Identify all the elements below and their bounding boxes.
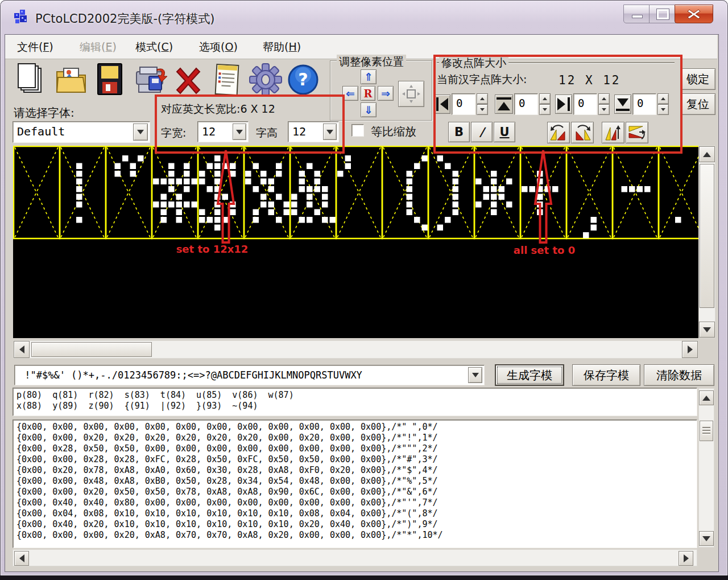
trim-right-spinner[interactable] — [598, 93, 610, 115]
report-doc-icon — [212, 63, 242, 97]
trim-left-button[interactable] — [435, 94, 450, 114]
reset-position-button[interactable]: R — [361, 86, 375, 101]
flip-vertical-button[interactable] — [602, 122, 624, 143]
scroll-thumb[interactable] — [700, 421, 713, 441]
hex-output-line: {0x00, 0x20, 0x78, 0xA8, 0xA0, 0x60, 0x3… — [16, 465, 693, 476]
scale-checkbox[interactable] — [351, 124, 364, 137]
rotate-right-icon — [573, 124, 592, 141]
save-button[interactable] — [94, 63, 126, 97]
menu-item-options[interactable]: 选项(O) — [199, 40, 238, 55]
up-arrow-icon — [702, 396, 710, 401]
help-button[interactable]: ? — [287, 64, 319, 96]
thumb-gripper — [702, 427, 710, 435]
hex-output-box[interactable]: {0x00, 0x00, 0x00, 0x00, 0x00, 0x00, 0x0… — [13, 419, 697, 548]
bold-button[interactable]: B — [448, 122, 470, 142]
new-file-icon — [15, 63, 48, 97]
spin-up-icon — [661, 97, 665, 100]
delete-button[interactable] — [172, 65, 204, 97]
scroll-right-button[interactable] — [682, 341, 698, 358]
hex-hscrollbar[interactable] — [13, 549, 697, 566]
underline-label: U — [499, 125, 509, 139]
trim-bottom-value: 0 — [637, 97, 643, 109]
move-up-button[interactable]: ⇑ — [361, 69, 377, 84]
glyph-preview-area[interactable] — [13, 146, 698, 338]
trim-right-button[interactable] — [555, 94, 572, 114]
trim-top-spinner[interactable] — [539, 93, 551, 115]
lock-button[interactable]: 锁定 — [680, 68, 715, 90]
trim-right-field[interactable]: 0 — [573, 93, 597, 115]
new-file-button[interactable] — [15, 63, 48, 97]
menu-item-mode[interactable]: 模式(C) — [135, 40, 173, 55]
trim-left-spinner[interactable] — [477, 93, 488, 115]
minimize-button[interactable] — [623, 5, 651, 23]
annotation-label-left: set to 12x12 — [164, 243, 260, 255]
trim-top-button[interactable] — [495, 94, 513, 114]
delete-x-icon — [172, 65, 204, 97]
char-list-box[interactable]: p(80) q(81) r(82) s(83) t(84) u(85) v(86… — [13, 388, 697, 416]
move-left-button[interactable]: ⇐ — [342, 86, 358, 101]
app-icon — [14, 9, 30, 25]
generate-button[interactable]: 生成字模 — [495, 364, 564, 386]
menu-item-help[interactable]: 帮助(H) — [263, 40, 301, 55]
bold-label: B — [454, 125, 464, 139]
italic-button[interactable]: / — [471, 122, 493, 142]
font-select[interactable]: Default — [13, 121, 150, 143]
scroll-thumb[interactable] — [31, 342, 152, 357]
preview-vscrollbar[interactable] — [698, 146, 715, 338]
save-font-button[interactable]: 保存字模 — [572, 364, 640, 386]
screenshot-root: PCtoLCD2002完美版-(字符模式) 文件(F) 编辑(E) 模式(C) … — [0, 0, 728, 580]
hex-output-line: {0x00, 0x00, 0x00, 0x00, 0x00, 0x00, 0x0… — [16, 422, 693, 433]
char-height-label: 字高 — [256, 126, 278, 141]
center-glyph-button[interactable] — [398, 81, 424, 107]
charset-combobox[interactable]: !"#$%&' ()*+,-./0123456789:;<=>?@ABCDEFG… — [14, 365, 485, 385]
chevron-down-icon — [137, 130, 144, 134]
font-select-dropdown-button[interactable] — [133, 124, 148, 141]
char-width-dropdown-button[interactable] — [233, 124, 246, 140]
move-down-button[interactable]: ⇓ — [361, 102, 377, 117]
char-height-dropdown-button[interactable] — [323, 124, 337, 140]
trim-bottom-button[interactable] — [614, 94, 631, 114]
clear-data-button[interactable]: 清除数据 — [644, 364, 714, 386]
center-icon — [402, 84, 421, 104]
trim-bottom-spinner[interactable] — [657, 93, 669, 115]
trim-bottom-field[interactable]: 0 — [632, 93, 656, 115]
flip-horizontal-button[interactable] — [626, 122, 648, 143]
move-right-button[interactable]: ⇒ — [378, 86, 394, 101]
left-arrow-icon — [19, 554, 24, 562]
trim-top-field[interactable]: 0 — [514, 93, 538, 115]
char-width-select[interactable]: 12 — [197, 121, 249, 142]
rotate-right-button[interactable] — [571, 122, 594, 143]
scroll-right-button[interactable] — [679, 551, 693, 566]
maximize-icon — [657, 9, 669, 19]
charset-dropdown-button[interactable] — [468, 367, 482, 383]
reset-button-label: 复位 — [686, 97, 709, 112]
spin-up-icon — [480, 97, 485, 100]
hex-vscrollbar[interactable] — [698, 388, 714, 548]
settings-button[interactable] — [249, 63, 283, 97]
scroll-left-button[interactable] — [14, 341, 30, 358]
char-height-select[interactable]: 12 — [288, 121, 339, 142]
open-button[interactable] — [55, 64, 88, 97]
trim-left-field[interactable]: 0 — [452, 93, 475, 115]
scroll-down-button[interactable] — [699, 531, 714, 546]
close-button[interactable] — [675, 5, 713, 23]
rotate-left-button[interactable] — [547, 122, 570, 143]
scroll-left-button[interactable] — [14, 551, 29, 566]
reset-button[interactable]: 复位 — [680, 93, 715, 115]
scroll-down-button[interactable] — [699, 322, 715, 338]
menu-item-edit[interactable]: 编辑(E) — [80, 40, 117, 55]
maximize-button[interactable] — [649, 5, 676, 23]
menu-item-file[interactable]: 文件(F) — [17, 40, 53, 55]
scroll-thumb[interactable] — [700, 164, 714, 308]
preview-hscrollbar[interactable] — [13, 340, 698, 359]
down-arrow-icon — [703, 327, 711, 332]
right-arrow-icon — [684, 554, 689, 562]
window-titlebar[interactable]: PCtoLCD2002完美版-(字符模式) — [0, 0, 728, 34]
glyph-preview-grid — [13, 146, 698, 338]
scroll-up-button[interactable] — [699, 146, 715, 162]
export-button[interactable] — [134, 64, 169, 97]
scroll-up-button[interactable] — [699, 390, 714, 405]
underline-button[interactable]: U — [494, 122, 515, 142]
trim-right-icon — [556, 97, 571, 112]
report-button[interactable] — [212, 63, 242, 97]
